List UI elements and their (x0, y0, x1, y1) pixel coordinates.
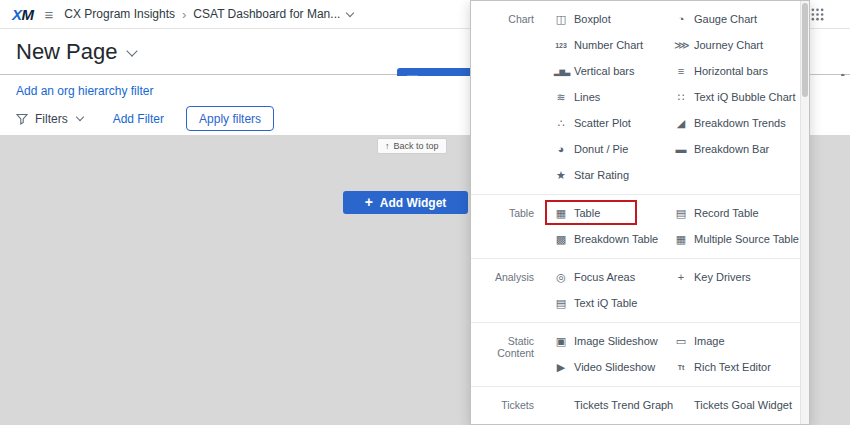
video-slideshow-icon: ▶ (554, 362, 568, 373)
menu-item-number-chart[interactable]: 123Number Chart (546, 32, 666, 58)
apps-grid-icon[interactable] (811, 8, 824, 21)
number-chart-icon: 123 (554, 42, 568, 49)
menu-item-label: Rich Text Editor (694, 361, 771, 373)
gauge-chart-icon: ◔ (674, 14, 688, 25)
section-items: ▣Image Slideshow▭Image▶Video SlideshowTt… (546, 328, 800, 380)
menu-item-label: Vertical bars (574, 65, 635, 77)
apply-filters-button[interactable]: Apply filters (186, 106, 274, 131)
menu-section-analysis: Analysis◎Focus Areas+Key Drivers▤Text iQ… (471, 259, 800, 323)
menu-item-journey-chart[interactable]: ⋙Journey Chart (666, 32, 800, 58)
menu-item-label: Tickets Goal Widget (694, 399, 792, 411)
menu-item-label: Journey Chart (694, 39, 763, 51)
vertical-bars-icon: ▂▆▃ (554, 68, 568, 75)
menu-item-label: Scatter Plot (574, 117, 631, 129)
menu-item-record-table[interactable]: ▤Record Table (666, 200, 800, 226)
scrollbar-track[interactable] (800, 1, 809, 424)
hamburger-menu-icon[interactable]: ≡ (45, 7, 54, 22)
donut-pie-icon: ◕ (554, 144, 568, 155)
menu-item-label: Number Chart (574, 39, 643, 51)
xm-logo[interactable]: XM (12, 6, 34, 23)
multiple-source-table-icon: ▦ (674, 234, 688, 245)
chevron-down-icon[interactable] (346, 8, 354, 16)
add-org-hierarchy-filter-link[interactable]: Add an org hierarchy filter (16, 84, 153, 98)
menu-item-label: Text iQ Table (574, 297, 637, 309)
menu-item-tickets-goal-widget[interactable]: Tickets Goal Widget (666, 392, 800, 418)
section-items: Tickets Trend GraphTickets Goal WidgetSi… (546, 392, 800, 425)
menu-item-tickets-list-viewer[interactable]: Tickets List Viewer (666, 418, 800, 425)
menu-item-text-iq-table[interactable]: ▤Text iQ Table (546, 290, 666, 316)
add-widget-button[interactable]: + Add Widget (343, 191, 468, 214)
breadcrumb-item-dashboard[interactable]: CSAT Dashboard for Man... (193, 7, 340, 21)
menu-item-label: Image (694, 335, 725, 347)
filters-dropdown[interactable]: Filters (16, 112, 83, 126)
menu-item-key-drivers[interactable]: +Key Drivers (666, 264, 800, 290)
key-drivers-icon: + (674, 272, 688, 283)
page-title-wrap: New Page (16, 39, 136, 65)
widget-menu-sections: Chart◫Boxplot◔Gauge Chart123Number Chart… (471, 1, 800, 425)
breadcrumb-separator: › (182, 7, 186, 22)
menu-item-breakdown-bar[interactable]: ▬Breakdown Bar (666, 136, 800, 162)
menu-item-boxplot[interactable]: ◫Boxplot (546, 6, 666, 32)
plus-icon: + (365, 194, 373, 210)
section-label: Chart (471, 6, 546, 188)
text-iq-table-icon: ▤ (554, 298, 568, 309)
menu-item-vertical-bars[interactable]: ▂▆▃Vertical bars (546, 58, 666, 84)
menu-item-star-rating[interactable]: ★Star Rating (546, 162, 666, 188)
menu-item-single-ticket-viewer[interactable]: Single Ticket Viewer (546, 418, 666, 425)
menu-item-label: Horizontal bars (694, 65, 768, 77)
menu-section-static-content: Static Content▣Image Slideshow▭Image▶Vid… (471, 323, 800, 387)
funnel-icon (16, 113, 28, 125)
menu-item-label: Breakdown Trends (694, 117, 786, 129)
star-rating-icon: ★ (554, 170, 568, 181)
breadcrumb-item-program[interactable]: CX Program Insights (64, 7, 175, 21)
menu-item-scatter-plot[interactable]: ∴Scatter Plot (546, 110, 666, 136)
menu-item-donut-pie[interactable]: ◕Donut / Pie (546, 136, 666, 162)
menu-item-label: Boxplot (574, 13, 611, 25)
section-items: ◎Focus Areas+Key Drivers▤Text iQ Table (546, 264, 800, 316)
menu-item-horizontal-bars[interactable]: ≡Horizontal bars (666, 58, 800, 84)
up-arrow-icon: ↑ (385, 141, 390, 151)
back-to-top-button[interactable]: ↑ Back to top (377, 138, 447, 154)
menu-item-rich-text-editor[interactable]: TtRich Text Editor (666, 354, 800, 380)
menu-item-gauge-chart[interactable]: ◔Gauge Chart (666, 6, 800, 32)
menu-item-breakdown-table[interactable]: ▩Breakdown Table (546, 226, 666, 252)
menu-item-label: Image Slideshow (574, 335, 658, 347)
breakdown-table-icon: ▩ (554, 234, 568, 245)
menu-item-image[interactable]: ▭Image (666, 328, 800, 354)
section-label: Tickets (471, 392, 546, 425)
menu-section-table: Table▦Table▤Record Table▩Breakdown Table… (471, 195, 800, 259)
xm-logo-x: X (12, 6, 22, 23)
filter-row: Filters Add Filter Apply filters (16, 106, 274, 131)
horizontal-bars-icon: ≡ (674, 66, 688, 77)
menu-item-label: Key Drivers (694, 271, 751, 283)
back-to-top-label: Back to top (394, 141, 439, 151)
menu-item-video-slideshow[interactable]: ▶Video Slideshow (546, 354, 666, 380)
chevron-down-icon (75, 113, 83, 121)
journey-chart-icon: ⋙ (674, 40, 688, 51)
add-filter-link[interactable]: Add Filter (113, 112, 164, 126)
menu-item-tickets-trend-graph[interactable]: Tickets Trend Graph (546, 392, 666, 418)
menu-item-lines[interactable]: ≋Lines (546, 84, 666, 110)
menu-item-label: Lines (574, 91, 600, 103)
scrollbar-thumb[interactable] (802, 3, 808, 97)
rich-text-editor-icon: Tt (674, 364, 688, 371)
boxplot-icon: ◫ (554, 14, 568, 25)
lines-icon: ≋ (554, 92, 568, 103)
menu-item-image-slideshow[interactable]: ▣Image Slideshow (546, 328, 666, 354)
menu-item-breakdown-trends[interactable]: ◢Breakdown Trends (666, 110, 800, 136)
menu-section-tickets: TicketsTickets Trend GraphTickets Goal W… (471, 387, 800, 425)
menu-item-text-iq-bubble-chart[interactable]: ∷Text iQ Bubble Chart (666, 84, 800, 110)
section-label: Analysis (471, 264, 546, 316)
page-title: New Page (16, 39, 118, 65)
menu-item-label: Breakdown Bar (694, 143, 769, 155)
menu-item-label: Text iQ Bubble Chart (694, 91, 796, 103)
add-widget-label: Add Widget (380, 196, 447, 210)
page-title-chevron-down-icon[interactable] (126, 45, 137, 56)
menu-item-focus-areas[interactable]: ◎Focus Areas (546, 264, 666, 290)
menu-item-table[interactable]: ▦Table (546, 200, 666, 226)
table-icon: ▦ (554, 208, 568, 219)
scatter-plot-icon: ∴ (554, 118, 568, 129)
menu-item-multiple-source-table[interactable]: ▦Multiple Source Table (666, 226, 800, 252)
menu-item-label: Tickets Trend Graph (574, 399, 673, 411)
menu-item-label: Gauge Chart (694, 13, 757, 25)
